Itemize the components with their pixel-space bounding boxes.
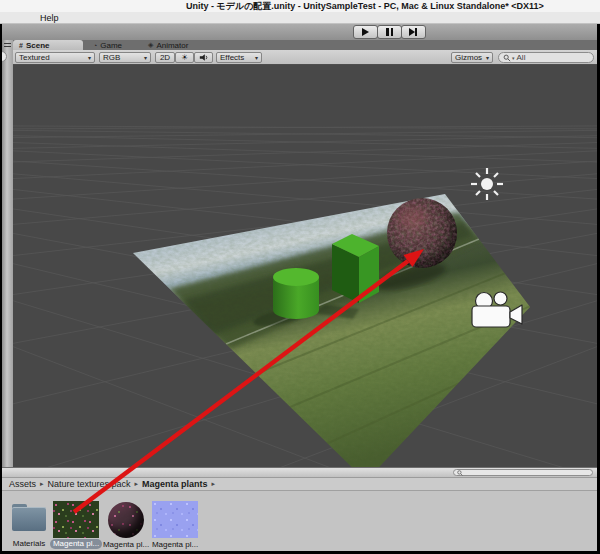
chevron-down-icon: ▾ — [255, 54, 258, 61]
breadcrumb-separator-icon: ▸ — [212, 480, 216, 488]
chevron-down-icon: ▾ — [486, 54, 489, 61]
clipped-left-panel-edge — [2, 40, 13, 467]
view-tab-bar: # Scene ◔ Game ◈ Animator — [13, 40, 597, 50]
texture-thumbnail — [53, 501, 99, 538]
asset-label-selected: Magenta pl... — [50, 539, 102, 549]
tab-animator-label: Animator — [156, 41, 188, 50]
pause-icon-bar2 — [391, 28, 394, 36]
channels-label: RGB — [103, 53, 120, 62]
step-button[interactable] — [401, 25, 426, 39]
lighting-toggle[interactable]: ☀ — [175, 52, 194, 63]
audio-toggle[interactable] — [194, 52, 213, 63]
green-cylinder[interactable] — [273, 268, 319, 319]
menu-bar: Help — [0, 12, 600, 24]
asset-label: Magenta pl... — [149, 540, 201, 549]
panel-menu-icon — [4, 43, 11, 47]
sun-icon: ☀ — [181, 53, 188, 62]
game-pacman-icon: ◔ — [93, 42, 97, 49]
clipped-control-icon — [2, 51, 7, 62]
breadcrumb: Assets ▸ Nature textures pack ▸ Magenta … — [2, 478, 597, 491]
project-browser-panel: Assets ▸ Nature textures pack ▸ Magenta … — [2, 467, 597, 551]
step-forward-icon-bar — [415, 28, 418, 36]
search-icon — [457, 470, 463, 476]
breadcrumb-separator-icon: ▸ — [40, 480, 44, 488]
breadcrumb-assets[interactable]: Assets — [9, 479, 36, 489]
gizmos-dropdown[interactable]: Gizmos▾ — [451, 52, 493, 63]
chevron-down-icon: ▾ — [88, 54, 91, 61]
tab-animator[interactable]: ◈ Animator — [142, 40, 194, 50]
pause-button[interactable] — [377, 25, 402, 39]
draw-mode-dropdown[interactable]: Textured▾ — [15, 52, 95, 63]
play-icon — [362, 28, 369, 36]
effects-label: Effects — [220, 53, 244, 62]
folder-icon — [12, 504, 46, 531]
chevron-down-icon: ▾ — [512, 55, 515, 61]
pause-icon — [386, 28, 389, 36]
chevron-down-icon: ▾ — [144, 54, 147, 61]
playback-controls — [354, 25, 426, 39]
material-sphere-icon — [108, 502, 144, 538]
tab-game-label: Game — [100, 41, 122, 50]
breadcrumb-separator-icon: ▸ — [135, 480, 139, 488]
tab-scene-label: Scene — [26, 41, 50, 50]
asset-label: Materials — [2, 539, 56, 548]
tab-scene[interactable]: # Scene — [13, 40, 83, 50]
search-filter-value: All — [517, 53, 526, 62]
project-search-field[interactable] — [453, 469, 593, 476]
material-preview-thumbnail — [103, 501, 149, 538]
scene-viewport[interactable] — [13, 65, 597, 467]
channels-dropdown[interactable]: RGB▾ — [99, 52, 151, 63]
scene-search-field[interactable]: ▾ All — [498, 52, 594, 63]
draw-mode-label: Textured — [19, 53, 50, 62]
menu-help[interactable]: Help — [36, 12, 63, 24]
effects-dropdown[interactable]: Effects▾ — [216, 52, 262, 63]
scene-grid-icon: # — [19, 42, 23, 49]
speaker-icon — [199, 53, 209, 62]
breadcrumb-nature-textures-pack[interactable]: Nature textures pack — [48, 479, 131, 489]
2d-toggle[interactable]: 2D — [155, 52, 175, 63]
search-icon — [503, 54, 511, 62]
gizmos-label: Gizmos — [455, 53, 482, 62]
window-title: Unity - モデルの配置.unity - UnitySampleTest -… — [0, 0, 600, 12]
asset-label: Magenta pl... — [100, 540, 152, 549]
project-toolbar — [2, 468, 597, 478]
tab-game[interactable]: ◔ Game — [87, 40, 128, 50]
green-cube[interactable] — [332, 234, 379, 303]
scene-view-toolbar: Textured▾ RGB▾ 2D ☀ Effects▾ Gizmos▾ — [13, 50, 597, 65]
unity-window: Unity - モデルの配置.unity - UnitySampleTest -… — [0, 0, 600, 554]
main-toolbar-band — [2, 24, 597, 40]
2d-toggle-label: 2D — [160, 53, 170, 62]
breadcrumb-magenta-plants[interactable]: Magenta plants — [142, 479, 208, 489]
play-button[interactable] — [353, 25, 378, 39]
normalmap-thumbnail — [152, 501, 198, 538]
animator-icon: ◈ — [148, 41, 153, 49]
